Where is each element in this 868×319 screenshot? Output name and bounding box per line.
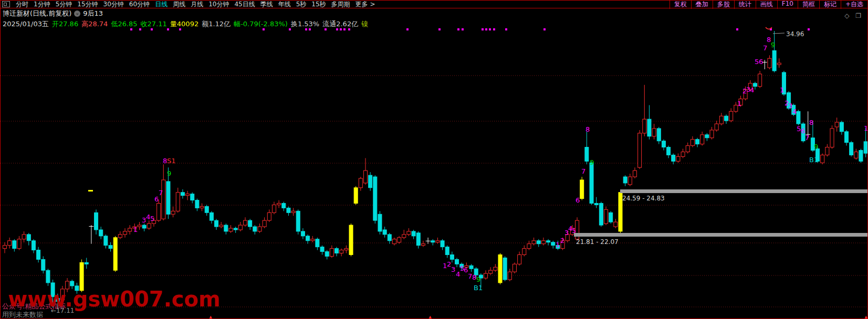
candle-body-up — [768, 58, 771, 68]
candle-body-up — [147, 224, 151, 228]
signal-dot — [305, 28, 307, 30]
candle-body-up — [518, 254, 521, 264]
candle-body-up — [825, 147, 829, 155]
signal-dot — [482, 28, 484, 30]
candle-body-down — [166, 182, 170, 214]
candle-body-down — [412, 231, 415, 236]
signal-dot — [263, 28, 265, 30]
candle-body-up — [484, 273, 488, 278]
annotation-9: 9 — [590, 158, 594, 166]
candle-body-down — [282, 203, 286, 208]
signal-dot — [289, 28, 291, 30]
signal-dot — [130, 28, 132, 30]
signal-dot — [493, 28, 495, 30]
candle-body-up — [758, 74, 762, 87]
peak-pointer-line — [773, 33, 785, 34]
signal-dot — [505, 28, 507, 30]
signal-dot — [438, 28, 441, 30]
candle-body-down — [142, 225, 146, 228]
candle-body-down — [210, 212, 213, 220]
candle-body-down — [99, 230, 103, 236]
candle-body-up — [176, 193, 180, 211]
candle-body-down — [672, 155, 675, 161]
candle-body-up — [267, 212, 271, 220]
annotation-1: 1 — [864, 124, 868, 132]
candle-body-up — [522, 249, 526, 255]
candle-body-down — [181, 193, 184, 196]
candle-body-up — [186, 194, 190, 196]
annotation-1: 1 — [780, 86, 784, 94]
candle-body-down — [667, 147, 671, 155]
candle-body-up — [359, 178, 362, 188]
candle-body-down — [195, 200, 199, 208]
candle-body-down — [248, 220, 252, 227]
candle-body-down — [388, 235, 391, 241]
signal-dot — [485, 28, 487, 30]
candle-body-up — [407, 231, 411, 235]
candle-body-down — [619, 193, 622, 231]
annotation-3: 3 — [451, 265, 455, 273]
watermark-site: www.gsw007.com — [8, 289, 220, 310]
candle-body-up — [777, 63, 781, 65]
candle-body-up — [291, 211, 295, 212]
candle-body-down — [772, 50, 776, 71]
candle-body-up — [719, 116, 723, 124]
signal-dot — [348, 28, 350, 30]
candle-body-down — [383, 230, 386, 235]
annotation-9: 9 — [814, 143, 818, 151]
candle-body-down — [349, 225, 353, 254]
candle-body-down — [378, 214, 382, 231]
signal-dot — [151, 28, 153, 30]
candle-body-down — [109, 246, 112, 249]
candle-body-down — [316, 239, 319, 247]
annotation-6: 6 — [576, 196, 580, 204]
candle-body-down — [590, 163, 593, 203]
signal-dot — [406, 28, 409, 30]
candle-body-down — [369, 175, 372, 188]
low-price-label: ←17.11 — [51, 307, 74, 314]
annotation-9: 9 — [476, 275, 480, 283]
candle-body-down — [113, 238, 117, 270]
signal-dot — [736, 28, 738, 30]
annotation-9: 9 — [771, 41, 775, 49]
candle-body-up — [398, 238, 401, 242]
candle-body-up — [138, 225, 141, 227]
candle-body-up — [643, 119, 646, 133]
candle-body-down — [354, 188, 358, 204]
candle-body-up — [402, 235, 406, 238]
candle-body-down — [41, 259, 45, 270]
annotation-7: 7 — [763, 44, 767, 52]
price-band — [620, 189, 868, 193]
candle-body-up — [729, 111, 733, 121]
candlestick-chart[interactable]: 24.59 - 24.8321.81 - 22.071345678S191234… — [1, 1, 868, 319]
candle-body-up — [277, 203, 281, 205]
candle-body-up — [17, 239, 21, 249]
annotation-5: 5 — [150, 215, 154, 222]
candle-body-down — [537, 241, 540, 244]
candle-body-down — [306, 236, 310, 241]
candle-body-down — [95, 212, 98, 230]
candle-body-down — [623, 177, 627, 183]
candle-body-down — [287, 208, 290, 212]
candle-body-up — [527, 244, 531, 249]
annotation-2: 2 — [560, 237, 564, 244]
candle-body-up — [272, 205, 276, 212]
candle-body-up — [489, 270, 493, 273]
candle-body-down — [416, 233, 420, 246]
bottom-mark-icon: ▲ — [428, 315, 432, 319]
candle-body-down — [450, 254, 454, 259]
candle-body-up — [128, 228, 132, 231]
candle-body-up — [200, 206, 204, 208]
candle-body-down — [191, 194, 194, 200]
candle-body-up — [238, 225, 242, 230]
candle-body-up — [614, 222, 618, 227]
candle-body-up — [700, 135, 704, 144]
signal-dot — [808, 28, 810, 30]
candle-body-down — [37, 250, 40, 260]
candle-body-up — [157, 203, 161, 220]
candle-body-down — [325, 252, 329, 257]
candle-body-up — [436, 241, 440, 242]
annotation-5: 5 — [572, 227, 576, 235]
annotation-B1: B1 — [474, 284, 483, 292]
candle-body-up — [171, 211, 175, 214]
